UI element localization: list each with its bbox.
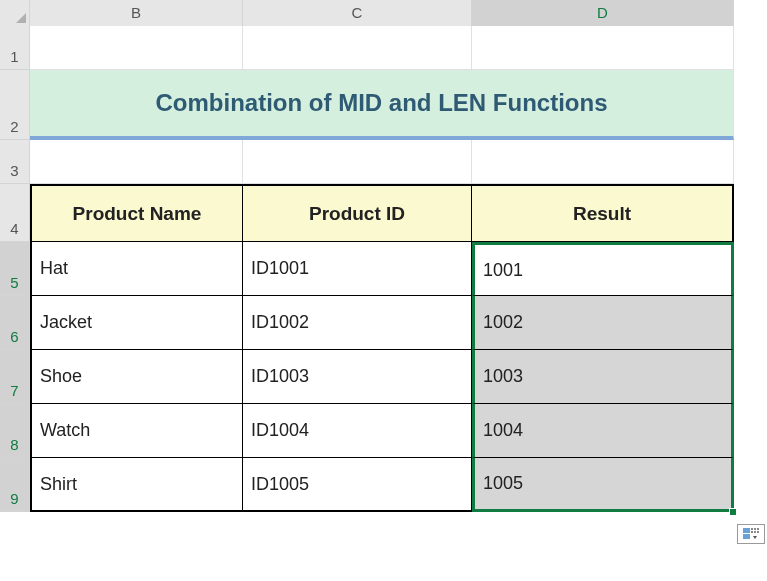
cell-D5[interactable]: 1001 (472, 242, 734, 296)
row-header-2[interactable]: 2 (0, 70, 30, 140)
header-product-id[interactable]: Product ID (243, 184, 472, 242)
svg-rect-0 (743, 528, 750, 533)
column-header-B[interactable]: B (30, 0, 243, 26)
grid-row-7: Shoe ID1003 1003 (30, 350, 734, 404)
cell-B6[interactable]: Jacket (30, 296, 243, 350)
cell-B3[interactable] (30, 140, 243, 184)
title-cell[interactable]: Combination of MID and LEN Functions (30, 70, 734, 140)
cell-C6[interactable]: ID1002 (243, 296, 472, 350)
row-header-4[interactable]: 4 (0, 184, 30, 242)
row-header-8[interactable]: 8 (0, 404, 30, 458)
cell-B9[interactable]: Shirt (30, 458, 243, 512)
cell-grid: Combination of MID and LEN Functions Pro… (30, 26, 734, 512)
svg-rect-6 (754, 531, 756, 533)
svg-rect-2 (751, 528, 753, 530)
column-header-row: B C D (0, 0, 734, 26)
cell-B1[interactable] (30, 26, 243, 70)
cell-D7[interactable]: 1003 (472, 350, 734, 404)
cell-B8[interactable]: Watch (30, 404, 243, 458)
svg-rect-1 (743, 534, 750, 539)
cell-C9[interactable]: ID1005 (243, 458, 472, 512)
cell-D8[interactable]: 1004 (472, 404, 734, 458)
cell-D1[interactable] (472, 26, 734, 70)
cell-B7[interactable]: Shoe (30, 350, 243, 404)
fill-handle[interactable] (729, 508, 737, 516)
grid-row-8: Watch ID1004 1004 (30, 404, 734, 458)
grid-row-6: Jacket ID1002 1002 (30, 296, 734, 350)
cell-C3[interactable] (243, 140, 472, 184)
autofill-options-icon (743, 528, 759, 540)
grid-row-2: Combination of MID and LEN Functions (30, 70, 734, 140)
svg-rect-4 (757, 528, 759, 530)
svg-rect-3 (754, 528, 756, 530)
column-header-D[interactable]: D (472, 0, 734, 26)
column-header-C[interactable]: C (243, 0, 472, 26)
row-header-6[interactable]: 6 (0, 296, 30, 350)
cell-C5[interactable]: ID1001 (243, 242, 472, 296)
row-header-5[interactable]: 5 (0, 242, 30, 296)
header-result[interactable]: Result (472, 184, 734, 242)
svg-rect-7 (757, 531, 759, 533)
select-all-corner[interactable] (0, 0, 30, 26)
grid-row-4: Product Name Product ID Result (30, 184, 734, 242)
cell-C1[interactable] (243, 26, 472, 70)
svg-rect-5 (751, 531, 753, 533)
row-header-3[interactable]: 3 (0, 140, 30, 184)
grid-row-5: Hat ID1001 1001 (30, 242, 734, 296)
cell-B5[interactable]: Hat (30, 242, 243, 296)
cell-D9[interactable]: 1005 (472, 458, 734, 512)
cell-C8[interactable]: ID1004 (243, 404, 472, 458)
header-product-name[interactable]: Product Name (30, 184, 243, 242)
row-header-9[interactable]: 9 (0, 458, 30, 512)
grid-row-3 (30, 140, 734, 184)
cell-C7[interactable]: ID1003 (243, 350, 472, 404)
autofill-options-button[interactable] (737, 524, 765, 544)
cell-D3[interactable] (472, 140, 734, 184)
cell-D6[interactable]: 1002 (472, 296, 734, 350)
grid-row-1 (30, 26, 734, 70)
row-header-1[interactable]: 1 (0, 26, 30, 70)
row-header-column: 1 2 3 4 5 6 7 8 9 (0, 26, 30, 512)
grid-row-9: Shirt ID1005 1005 (30, 458, 734, 512)
row-header-7[interactable]: 7 (0, 350, 30, 404)
